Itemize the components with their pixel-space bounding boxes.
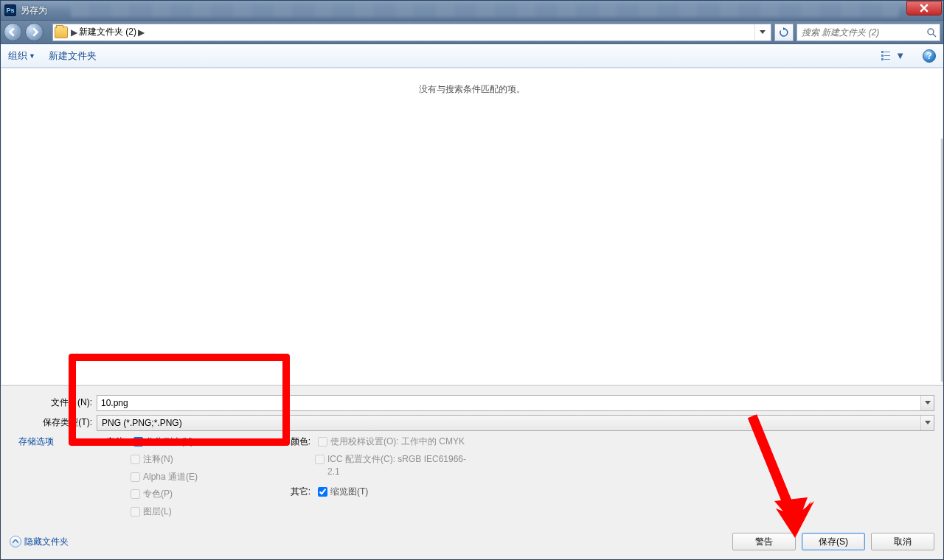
help-button[interactable]: ?	[923, 49, 936, 63]
organize-menu[interactable]: 组织 ▼	[8, 49, 35, 63]
layers-input	[131, 507, 140, 517]
close-button[interactable]	[906, 1, 942, 15]
storage-options-link[interactable]: 存储选项	[10, 435, 94, 448]
close-icon	[920, 4, 929, 13]
icc-checkbox: ICC 配置文件(C): sRGB IEC61966-2.1	[315, 453, 477, 478]
spot-label: 专色(P)	[143, 488, 173, 500]
new-folder-label: 新建文件夹	[49, 49, 97, 63]
navbar: ▶ 新建文件夹 (2) ▶	[1, 21, 943, 44]
as-copy-checkbox[interactable]: 作为副本(Y)	[133, 435, 193, 448]
photoshop-app-icon: Ps	[4, 4, 16, 16]
folder-icon	[55, 27, 68, 38]
filetype-value: PNG (*.PNG;*.PNG)	[102, 418, 182, 428]
empty-state-text: 没有与搜索条件匹配的项。	[1, 83, 943, 96]
alpha-input	[131, 472, 140, 482]
spot-input	[131, 489, 140, 499]
back-button[interactable]	[4, 23, 22, 41]
arrow-right-icon	[30, 27, 39, 37]
other-header-label: 其它:	[282, 486, 310, 498]
filename-label: 文件名(N):	[10, 396, 97, 409]
layers-checkbox: 图层(L)	[131, 505, 282, 518]
views-icon	[881, 51, 893, 60]
filename-row: 文件名(N):	[10, 395, 934, 411]
save-options: 存储选项 存储: 作为副本(Y) 注释(N) Alpha 通道(E)	[10, 435, 934, 518]
filename-input[interactable]	[97, 395, 934, 411]
toolbar: 组织 ▼ 新建文件夹 ▼ ?	[1, 44, 943, 68]
new-folder-button[interactable]: 新建文件夹	[49, 49, 97, 63]
address-bar[interactable]: ▶ 新建文件夹 (2) ▶	[52, 24, 771, 41]
address-dropdown[interactable]	[754, 24, 769, 41]
as-copy-label: 作为副本(Y)	[146, 435, 193, 448]
search-bar[interactable]	[796, 24, 940, 41]
hide-folders-toggle[interactable]: 隐藏文件夹	[10, 536, 69, 548]
chevron-down-icon: ▼	[29, 52, 35, 60]
chevron-up-icon	[10, 536, 21, 547]
save-options-panel: 文件名(N): 保存类型(T): PNG (*.PNG;*.PNG)	[1, 385, 943, 525]
svg-rect-6	[884, 59, 890, 60]
proof-checkbox: 使用校样设置(O): 工作中的 CMYK	[318, 435, 465, 448]
icc-input	[315, 455, 324, 464]
color-header-label: 颜色:	[282, 435, 310, 448]
breadcrumb[interactable]: ▶ 新建文件夹 (2) ▶	[71, 26, 145, 38]
svg-rect-5	[881, 58, 884, 60]
proof-input	[318, 437, 327, 447]
arrow-left-icon	[8, 27, 18, 37]
svg-rect-2	[884, 52, 890, 52]
thumbnail-checkbox[interactable]: 缩览图(T)	[318, 486, 368, 498]
annotation-checkbox: 注释(N)	[131, 453, 282, 466]
cancel-button[interactable]: 取消	[871, 533, 934, 550]
warning-button[interactable]: 警告	[732, 533, 796, 550]
chevron-right-icon: ▶	[138, 27, 145, 38]
svg-rect-3	[881, 55, 884, 57]
save-header-label: 存储:	[98, 435, 126, 448]
as-copy-input[interactable]	[133, 437, 143, 447]
filetype-select[interactable]: PNG (*.PNG;*.PNG)	[97, 415, 934, 431]
svg-rect-4	[884, 55, 890, 56]
icc-label: ICC 配置文件(C): sRGB IEC61966-2.1	[327, 453, 477, 478]
refresh-icon	[779, 27, 789, 38]
alpha-checkbox: Alpha 通道(E)	[131, 471, 282, 483]
view-mode-button[interactable]: ▼	[877, 48, 909, 63]
forward-button[interactable]	[25, 23, 44, 41]
dialog-footer: 隐藏文件夹 警告 保存(S) 取消	[1, 525, 943, 559]
svg-point-0	[928, 29, 934, 35]
filetype-row: 保存类型(T): PNG (*.PNG;*.PNG)	[10, 415, 934, 431]
pane-edge-shadow	[940, 139, 943, 382]
annotation-label: 注释(N)	[143, 453, 173, 466]
window-title: 另存为	[21, 4, 47, 17]
titlebar: Ps 另存为	[1, 1, 943, 21]
file-list-pane: 没有与搜索条件匹配的项。	[1, 68, 943, 385]
annotation-input	[131, 455, 140, 464]
titlebar-blur-region	[71, 4, 899, 17]
layers-label: 图层(L)	[143, 505, 172, 518]
proof-label: 使用校样设置(O): 工作中的 CMYK	[330, 435, 465, 448]
search-icon	[926, 27, 937, 38]
crumb-folder[interactable]: 新建文件夹 (2)	[79, 26, 136, 38]
chevron-right-icon: ▶	[71, 27, 77, 38]
thumbnail-input[interactable]	[318, 487, 327, 497]
chevron-down-icon	[760, 30, 766, 35]
save-button[interactable]: 保存(S)	[802, 533, 865, 550]
organize-label: 组织	[8, 49, 27, 63]
spot-checkbox: 专色(P)	[131, 488, 282, 500]
svg-rect-1	[881, 51, 884, 53]
refresh-button[interactable]	[774, 24, 794, 41]
alpha-label: Alpha 通道(E)	[143, 471, 198, 483]
search-input[interactable]	[800, 27, 926, 38]
thumbnail-label: 缩览图(T)	[330, 486, 368, 498]
hide-folders-label: 隐藏文件夹	[24, 536, 69, 548]
chevron-down-icon: ▼	[895, 50, 905, 61]
save-as-dialog: Ps 另存为 ▶ 新建文件夹 (2) ▶	[0, 0, 944, 560]
filetype-label: 保存类型(T):	[10, 416, 97, 429]
